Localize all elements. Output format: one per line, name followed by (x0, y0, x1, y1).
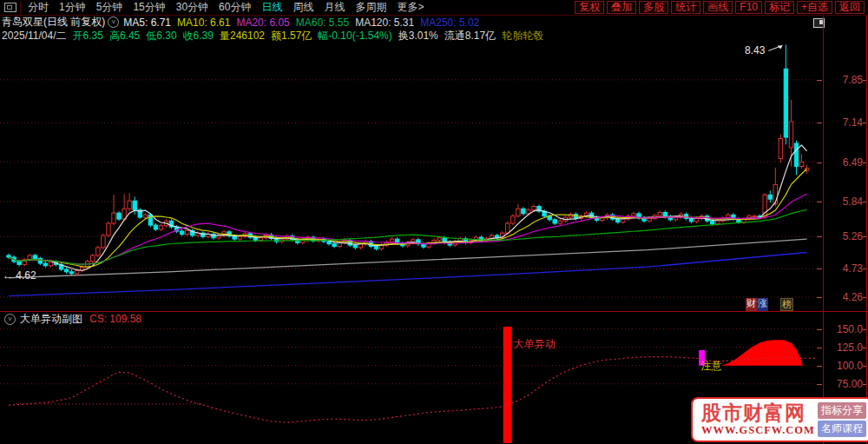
axis-tick-label: 6.49 (825, 156, 863, 169)
badge-zhang[interactable]: 涨 (757, 298, 768, 311)
watermark-badges: 指标分享 名师课程 (818, 401, 866, 439)
axis-tick-label: 150.0 (825, 323, 863, 335)
axis-tick-label: 100.0 (825, 360, 863, 372)
watermark-text: 股市财富网 WWW.GSCFW.COM (701, 403, 818, 437)
badge-cai[interactable]: 财 (746, 298, 757, 311)
action-button-返回[interactable]: 返回 (835, 1, 865, 14)
watermark-card: 股市财富网 WWW.GSCFW.COM 指标分享 名师课程 (691, 397, 868, 442)
watermark-site-name: 股市财富网 (701, 403, 818, 424)
attention-label: 注意 (701, 359, 722, 374)
axis-tick-label: 125.0 (825, 341, 863, 354)
axis-tick-label: 75.00 (825, 378, 863, 390)
corner-badges: 财 涨 榜 (746, 298, 793, 311)
main-candlestick-chart[interactable]: 8.43 (0, 0, 823, 311)
axis-tick-label: 4.26 (825, 291, 863, 303)
axis-tick-label: 5.26 (825, 230, 863, 242)
signal-label: 大单异动 (514, 337, 556, 352)
svg-text:8.43: 8.43 (745, 44, 766, 56)
badge-bang[interactable]: 榜 (780, 298, 793, 311)
axis-tick-label: 5.84 (825, 195, 863, 208)
axis-tick-label: 4.73 (825, 262, 863, 275)
watermark-badge-share: 指标分享 (818, 402, 866, 419)
low-price-marker: ← 4.62 (3, 269, 36, 282)
axis-border (823, 16, 824, 444)
axis-tick-label: 7.85 (825, 74, 863, 86)
watermark-badge-course: 名师课程 (818, 421, 866, 437)
watermark-url: WWW.GSCFW.COM (701, 424, 818, 437)
window-right-border (866, 16, 867, 444)
axis-tick-label: 7.14 (825, 116, 863, 129)
